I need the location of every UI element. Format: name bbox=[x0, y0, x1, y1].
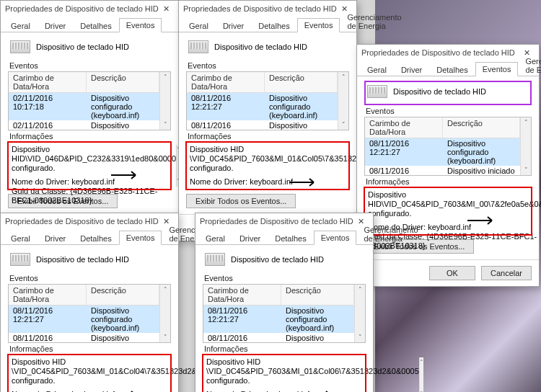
scroll-down-icon[interactable]: ˅ bbox=[160, 332, 170, 342]
col-description[interactable]: Descrição bbox=[443, 117, 520, 138]
scroll-up-icon[interactable]: ˄ bbox=[160, 285, 170, 295]
info-textarea[interactable]: Dispositivo HID\VID_0C45&PID_7603&MI_01&… bbox=[186, 142, 349, 190]
ok-button[interactable]: OK bbox=[429, 266, 475, 280]
events-list[interactable]: Carimbo de Data/Hora Descrição 08/11/201… bbox=[186, 71, 349, 130]
tab-driver[interactable]: Driver bbox=[232, 231, 268, 245]
tab-eventos[interactable]: Eventos bbox=[475, 62, 519, 76]
device-name: Dispositivo de teclado HID bbox=[231, 255, 324, 264]
tab-eventos[interactable]: Eventos bbox=[314, 231, 357, 245]
tab-energia[interactable]: Gerenciamento de Energia bbox=[518, 54, 541, 76]
tab-geral[interactable]: Geral bbox=[4, 19, 38, 32]
col-timestamp[interactable]: Carimbo de Data/Hora bbox=[365, 117, 443, 138]
titlebar[interactable]: Propriedades de Dispositivo de teclado H… bbox=[1, 213, 178, 229]
scroll-up-icon[interactable]: ˄ bbox=[521, 117, 531, 128]
col-description[interactable]: Descrição bbox=[87, 285, 159, 305]
window-title: Propriedades de Dispositivo de teclado H… bbox=[361, 48, 515, 57]
scrollbar[interactable]: ˄ ˅ bbox=[354, 285, 365, 342]
event-row[interactable]: 08/11/2016 12:21:27 Dispositivo iniciado… bbox=[187, 120, 338, 130]
event-row[interactable]: 08/11/2016 12:21:27 Dispositivo configur… bbox=[187, 93, 338, 120]
info-textarea[interactable]: Dispositivo HID\VID_0C45&PID_7603&MI_01&… bbox=[203, 355, 366, 392]
tab-detalhes[interactable]: Detalhes bbox=[251, 19, 296, 32]
col-description[interactable]: Descrição bbox=[87, 72, 159, 92]
event-description: Dispositivo iniciado (kbdhid) bbox=[87, 334, 159, 343]
scroll-down-icon[interactable]: ˅ bbox=[355, 332, 365, 342]
events-list[interactable]: Carimbo de Data/Hora Descrição 02/11/201… bbox=[8, 71, 171, 130]
show-all-events-button[interactable]: Exibir Todos os Eventos... bbox=[186, 194, 296, 208]
col-description[interactable]: Descrição bbox=[265, 72, 338, 92]
event-row[interactable]: 08/11/2016 12:21:27 Dispositivo iniciado… bbox=[203, 333, 354, 343]
col-description[interactable]: Descrição bbox=[281, 285, 354, 305]
col-timestamp[interactable]: Carimbo de Data/Hora bbox=[9, 72, 87, 92]
events-list[interactable]: Carimbo de Data/Hora Descrição 08/11/201… bbox=[203, 284, 366, 343]
titlebar[interactable]: Propriedades de Dispositivo de teclado H… bbox=[179, 1, 356, 17]
keyboard-icon bbox=[367, 85, 387, 98]
list-header[interactable]: Carimbo de Data/Hora Descrição bbox=[9, 72, 159, 93]
info-textarea[interactable]: Dispositivo HID\VID_0C45&PID_7603&MI_01&… bbox=[8, 355, 171, 392]
cancel-button[interactable]: Cancelar bbox=[481, 266, 532, 280]
event-row[interactable]: 08/11/2016 12:21:27 Dispositivo configur… bbox=[9, 306, 159, 333]
scrollbar[interactable]: ˄ ˅ bbox=[338, 72, 348, 130]
device-name: Dispositivo de teclado HID bbox=[214, 43, 307, 51]
properties-dialog: Propriedades de Dispositivo de teclado H… bbox=[195, 213, 374, 392]
list-header[interactable]: Carimbo de Data/Hora Descrição bbox=[187, 72, 338, 93]
tab-detalhes[interactable]: Detalhes bbox=[73, 231, 118, 245]
device-name: Dispositivo de teclado HID bbox=[36, 255, 129, 264]
tab-detalhes[interactable]: Detalhes bbox=[429, 63, 475, 76]
tab-eventos[interactable]: Eventos bbox=[119, 18, 162, 32]
event-row[interactable]: 02/11/2016 10:17:18 Dispositivo configur… bbox=[9, 93, 159, 120]
scroll-up-icon[interactable]: ˄ bbox=[338, 72, 348, 82]
close-icon[interactable]: ✕ bbox=[159, 4, 174, 14]
titlebar[interactable]: Propriedades de Dispositivo de teclado H… bbox=[1, 1, 178, 17]
scrollbar[interactable]: ˄ ˅ bbox=[159, 285, 170, 342]
events-list[interactable]: Carimbo de Data/Hora Descrição 08/11/201… bbox=[8, 284, 171, 343]
scroll-up-icon[interactable]: ˄ bbox=[160, 72, 170, 82]
tab-eventos[interactable]: Eventos bbox=[119, 231, 162, 245]
tab-detalhes[interactable]: Detalhes bbox=[73, 19, 118, 32]
device-name: Dispositivo de teclado HID bbox=[36, 43, 129, 51]
scrollbar[interactable]: ˄ ˅ bbox=[419, 357, 423, 392]
tab-geral[interactable]: Geral bbox=[4, 231, 38, 245]
col-timestamp[interactable]: Carimbo de Data/Hora bbox=[9, 285, 87, 305]
tab-eventos[interactable]: Eventos bbox=[297, 18, 340, 32]
tab-strip: Geral Driver Detalhes Eventos Gerenciame… bbox=[195, 229, 373, 245]
scroll-down-icon[interactable]: ˅ bbox=[521, 165, 531, 175]
device-header: Dispositivo de teclado HID bbox=[364, 81, 532, 105]
event-row[interactable]: 08/11/2016 12:21:27 Dispositivo configur… bbox=[203, 306, 354, 333]
info-label: Informações bbox=[188, 132, 349, 141]
tab-geral[interactable]: Geral bbox=[360, 63, 394, 76]
event-row[interactable]: 02/11/2016 10:17:18 Dispositivo iniciado… bbox=[9, 120, 159, 130]
event-row[interactable]: 08/11/2016 12:21:27 Dispositivo iniciado… bbox=[9, 333, 159, 343]
scrollbar[interactable]: ˄ ˅ bbox=[520, 117, 531, 175]
tab-energia[interactable]: Gerenciamento de Energia bbox=[340, 10, 408, 32]
list-header[interactable]: Carimbo de Data/Hora Descrição bbox=[203, 285, 354, 306]
tab-geral[interactable]: Geral bbox=[198, 231, 232, 245]
keyboard-icon bbox=[188, 40, 208, 53]
list-header[interactable]: Carimbo de Data/Hora Descrição bbox=[365, 117, 520, 138]
info-textarea[interactable]: Dispositivo HID\VID_046D&PID_C232&3319\1… bbox=[8, 142, 171, 190]
tab-driver[interactable]: Driver bbox=[216, 19, 251, 32]
tab-driver[interactable]: Driver bbox=[38, 19, 73, 32]
event-timestamp: 08/11/2016 12:21:27 bbox=[187, 121, 265, 130]
scroll-down-icon[interactable]: ˅ bbox=[420, 389, 423, 392]
col-timestamp[interactable]: Carimbo de Data/Hora bbox=[203, 285, 281, 305]
event-row[interactable]: 08/11/2016 12:21:27 Dispositivo configur… bbox=[365, 138, 520, 166]
scroll-up-icon[interactable]: ˄ bbox=[355, 285, 365, 295]
annotation-arrow-icon bbox=[466, 215, 499, 226]
event-row[interactable]: 08/11/2016 12:21:27 Dispositivo iniciado… bbox=[365, 166, 520, 176]
col-timestamp[interactable]: Carimbo de Data/Hora bbox=[187, 72, 265, 92]
titlebar[interactable]: Propriedades de Dispositivo de teclado H… bbox=[195, 213, 373, 229]
tab-driver[interactable]: Driver bbox=[38, 231, 73, 245]
tab-driver[interactable]: Driver bbox=[394, 63, 429, 76]
tab-geral[interactable]: Geral bbox=[182, 19, 216, 32]
scrollbar[interactable]: ˄ ˅ bbox=[159, 72, 170, 130]
tab-energia[interactable]: Gerenciamento de Energia bbox=[356, 223, 425, 245]
tab-detalhes[interactable]: Detalhes bbox=[268, 231, 313, 245]
events-list[interactable]: Carimbo de Data/Hora Descrição 08/11/201… bbox=[364, 117, 532, 176]
scroll-down-icon[interactable]: ˅ bbox=[160, 120, 170, 130]
list-header[interactable]: Carimbo de Data/Hora Descrição bbox=[9, 285, 159, 306]
scroll-up-icon[interactable]: ˄ bbox=[420, 357, 423, 368]
event-description: Dispositivo configurado (keyboard.inf) bbox=[87, 306, 159, 332]
events-label: Eventos bbox=[366, 107, 532, 115]
titlebar[interactable]: Propriedades de Dispositivo de teclado H… bbox=[357, 45, 539, 61]
scroll-down-icon[interactable]: ˅ bbox=[338, 120, 348, 130]
